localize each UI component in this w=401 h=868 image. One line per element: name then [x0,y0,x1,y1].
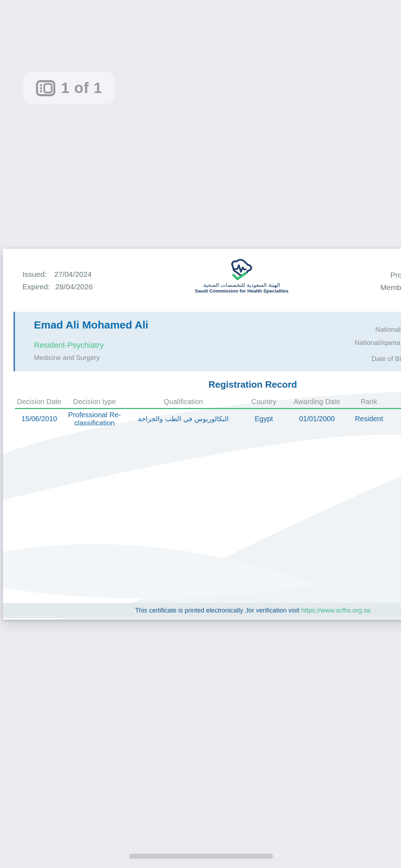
holder-banner: Emad Ali Mohamed Ali Resident-Psychiatry… [14,312,401,371]
col-header-rank: Rank [361,398,377,406]
page-thumbnails-icon [36,80,56,97]
logo-arabic-name: الهيئة السعودية للتخصصات الصحية [203,282,280,288]
table-header-rule [15,408,401,409]
col-header-country: Country [251,398,276,406]
registration-record-title: Registration Record [3,379,401,390]
col-header-awarding-date: Awarding Date [294,398,340,406]
cell-decision-type: Professional Re-classification [63,411,126,427]
verification-footer: This certificate is printed electronical… [3,603,401,618]
verification-link[interactable]: https://www.scfhs.org.sa [301,607,370,614]
issued-date: 27/04/2024 [54,270,92,279]
holder-title: Resident-Psychiatry [34,341,104,350]
iqama-label-fragment: National/Iqama [355,339,400,347]
cell-qualification: البكالوريوس في الطب والجراحة [138,415,229,423]
col-header-decision-type: Decision type [73,398,116,406]
col-header-qualification: Qualification [164,398,203,406]
pdf-viewer-screen: 1 of 1 Issued: 27/04/2024 Expired: 28/04… [0,0,401,868]
nationality-label-fragment: Nationali [375,326,401,334]
issued-label: Issued: [22,270,47,279]
scfhs-map-check-icon [227,258,256,281]
page-indicator-label: 1 of 1 [61,79,102,97]
scfhs-logo: الهيئة السعودية للتخصصات الصحية Saudi Co… [194,258,289,294]
home-indicator[interactable] [129,854,273,859]
verification-text: This certificate is printed electronical… [135,607,299,614]
holder-name: Emad Ali Mohamed Ali [34,319,148,331]
holder-specialty: Medicine and Surgery [34,354,100,362]
cell-rank: Resident [355,415,383,423]
cell-country: Egypt [255,415,273,423]
profession-label-fragment: Pro [390,271,401,279]
expired-label: Expired: [22,283,50,291]
certificate-page[interactable]: Issued: 27/04/2024 Expired: 28/04/2026 P… [3,249,401,620]
page-indicator-badge[interactable]: 1 of 1 [23,72,115,104]
cell-decision-date: 15/06/2010 [21,415,57,423]
logo-english-name: Saudi Commission for Health Specialties [195,288,289,294]
expired-date: 28/04/2026 [55,283,93,291]
cell-awarding-date: 01/01/2000 [299,415,335,423]
date-of-birth-label-fragment: Date of Bir [371,355,401,363]
col-header-decision-date: Decision Date [17,398,62,406]
membership-label-fragment: Membe [380,283,401,292]
